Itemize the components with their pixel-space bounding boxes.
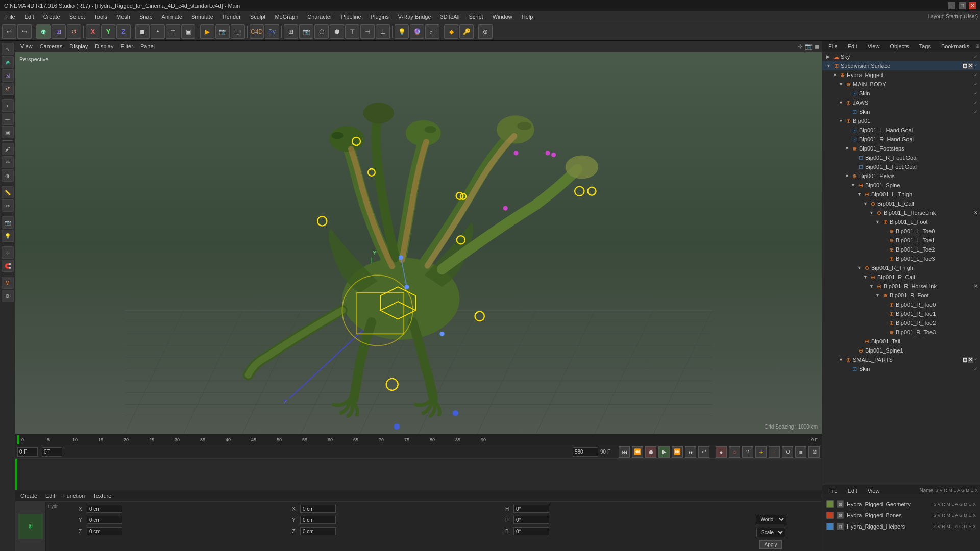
tree-item-bip001-l-hand[interactable]: ⊡ Bip001_L_Hand.Goal [822, 126, 980, 135]
toolbar-grid[interactable]: ⊞ [284, 24, 298, 39]
toolbar-model[interactable]: ◼ [135, 24, 150, 39]
mat-item-geometry[interactable]: ⊡ Hydra_Rigged_Geometry S V R M L A G D … [824, 498, 978, 510]
vp-icon-camera[interactable]: 📷 [805, 43, 813, 50]
tree-arrow-l-calf[interactable]: ▼ [863, 201, 869, 206]
right-lower-tab-view[interactable]: View [864, 487, 884, 495]
tl-loop[interactable]: ↩ [698, 446, 709, 458]
lt-rotate[interactable]: ↺ [2, 83, 14, 95]
coord-h-val[interactable] [513, 505, 549, 513]
menu-tools[interactable]: Tools [90, 13, 111, 21]
tree-arrow-subdivision[interactable]: ▼ [826, 63, 832, 68]
timeline-track[interactable] [15, 459, 822, 490]
bot-tab-texture[interactable]: Texture [90, 492, 114, 500]
lt-points[interactable]: • [2, 99, 14, 112]
menu-sculpt[interactable]: Sculpt [246, 13, 270, 21]
tree-arrow-r-horselink[interactable]: ▼ [869, 284, 875, 289]
menu-window[interactable]: Window [488, 13, 517, 21]
tree-item-r-calf[interactable]: ▼ ⊕ Bip001_R_Calf [822, 272, 980, 282]
toolbar-autokey[interactable]: 🔑 [459, 24, 474, 39]
menu-select[interactable]: Select [65, 13, 89, 21]
tree-arrow-l-foot[interactable]: ▼ [875, 219, 881, 224]
viewport[interactable]: Perspective Grid Spacing : 1000 cm [15, 52, 822, 434]
tree-item-r-horselink[interactable]: ▼ ⊕ Bip001_R_HorseLink ✕ [822, 282, 980, 291]
lt-measure[interactable]: 📏 [2, 186, 14, 198]
toolbar-light[interactable]: 💡 [395, 24, 409, 39]
menu-mesh[interactable]: Mesh [112, 13, 134, 21]
control-handle-8[interactable] [317, 216, 327, 226]
control-handle-10[interactable] [587, 187, 596, 195]
tree-item-subdivision[interactable]: ▼ ⊞ Subdivision Surface ⊞ ✕ ✓ [822, 61, 980, 70]
toolbar-polys[interactable]: ▣ [181, 24, 195, 39]
tree-item-l-toe0[interactable]: ⊕ Bip001_L_Toe0 [822, 227, 980, 236]
toolbar-scale[interactable]: ⊞ [52, 24, 66, 39]
tree-item-skin2[interactable]: ⊡ Skin ✓ [822, 107, 980, 116]
toolbar-camera-view[interactable]: 📷 [299, 24, 313, 39]
tree-arrow-sky[interactable]: ▶ [826, 54, 832, 59]
toolbar-x-axis[interactable]: X [86, 24, 100, 39]
tree-arrow-spine[interactable]: ▼ [851, 183, 857, 188]
bot-tab-edit[interactable]: Edit [42, 492, 58, 500]
tree-item-spine1[interactable]: ⊕ Bip001_Spine1 [822, 346, 980, 355]
right-tab-bookmarks[interactable]: Bookmarks [937, 42, 973, 51]
tree-item-l-toe2[interactable]: ⊕ Bip001_L_Toe2 [822, 245, 980, 254]
menu-simulate[interactable]: Simulate [187, 13, 217, 21]
tree-item-r-foot[interactable]: ▼ ⊕ Bip001_R_Foot [822, 291, 980, 300]
tree-item-tail[interactable]: ⊕ Bip001_Tail [822, 337, 980, 346]
vp-menu-cameras[interactable]: Cameras [37, 42, 66, 51]
tree-item-l-horselink[interactable]: ▼ ⊕ Bip001_L_HorseLink ✕ [822, 208, 980, 217]
right-tab-view[interactable]: View [864, 42, 884, 51]
control-handle-9[interactable] [575, 187, 584, 196]
tree-item-skin3[interactable]: ⊡ Skin ✓ [822, 364, 980, 373]
toolbar-rotate[interactable]: ↺ [67, 24, 81, 39]
menu-file[interactable]: File [2, 13, 19, 21]
vp-menu-filter[interactable]: Filter [117, 42, 136, 51]
coord-y-pos[interactable] [87, 516, 122, 524]
coord-z-size-val[interactable] [300, 527, 336, 535]
tl-goto-start[interactable]: ⏮ [619, 446, 630, 458]
coord-p-val[interactable] [513, 516, 549, 524]
tree-item-footsteps[interactable]: ▼ ⊕ Bip001_Footsteps [822, 144, 980, 153]
menu-character[interactable]: Character [303, 13, 336, 21]
toolbar-tag[interactable]: 🏷 [425, 24, 439, 39]
tree-item-l-foot[interactable]: ▼ ⊕ Bip001_L_Foot [822, 217, 980, 227]
tl-record[interactable]: ⏺ [645, 446, 656, 458]
lt-edges[interactable]: — [2, 113, 14, 125]
coord-x-size-val[interactable] [300, 505, 336, 513]
tree-arrow-footsteps[interactable]: ▼ [845, 146, 851, 151]
vp-menu-panel[interactable]: Panel [137, 42, 158, 51]
lt-sculpt[interactable]: ◑ [2, 169, 14, 182]
tree-arrow-main-body[interactable]: ▼ [839, 82, 845, 87]
toolbar-z-axis[interactable]: Z [116, 24, 131, 39]
toolbar-points[interactable]: • [151, 24, 165, 39]
tree-item-r-toe0[interactable]: ⊕ Bip001_R_Toe0 [822, 300, 980, 309]
toolbar-render-view[interactable]: ▶ [200, 24, 214, 39]
right-tab-objects[interactable]: Objects [886, 42, 913, 51]
coord-z-pos[interactable] [87, 527, 122, 535]
lt-paint[interactable]: 🖌 [2, 143, 14, 155]
world-space-select[interactable]: World Object [756, 515, 786, 524]
mat-item-bones[interactable]: ⊡ Hydra_Rigged_Bones S V R M L A G D E X [824, 510, 978, 521]
lt-knife[interactable]: ✂ [2, 199, 14, 212]
control-handle-7[interactable] [386, 379, 398, 390]
toolbar-move[interactable]: ⊕ [36, 24, 51, 39]
lt-cursor[interactable]: ↖ [2, 43, 14, 55]
toolbar-cinema4d[interactable]: C4D [250, 24, 264, 39]
tl-del-key[interactable]: - [769, 446, 780, 458]
scale-select[interactable]: Scale [756, 528, 785, 537]
menu-mograph[interactable]: MoGraph [271, 13, 302, 21]
vp-icon-compass[interactable]: ⊹ [798, 43, 803, 50]
tl-markers[interactable]: 0 5 10 15 20 25 30 35 40 45 50 55 60 65 … [21, 435, 809, 444]
right-icon-1[interactable]: ⊞ [975, 43, 979, 49]
tree-arrow-bip001[interactable]: ▼ [839, 118, 845, 123]
maximize-button[interactable]: □ [959, 2, 966, 9]
right-tab-edit[interactable]: Edit [844, 42, 862, 51]
menu-vray[interactable]: V-Ray Bridge [394, 13, 435, 21]
tree-item-hydra[interactable]: ▼ ⊕ Hydra_Rigged ✓ [822, 70, 980, 80]
toolbar-keyframe[interactable]: ◆ [444, 24, 458, 39]
tl-dope[interactable]: ⊠ [808, 446, 820, 458]
toolbar-edges[interactable]: ◻ [166, 24, 180, 39]
tree-arrow-small-parts[interactable]: ▼ [839, 357, 845, 362]
tree-item-l-toe1[interactable]: ⊕ Bip001_L_Toe1 [822, 236, 980, 245]
toolbar-material[interactable]: 🔮 [410, 24, 424, 39]
tree-item-skin1[interactable]: ⊡ Skin ✓ [822, 89, 980, 98]
